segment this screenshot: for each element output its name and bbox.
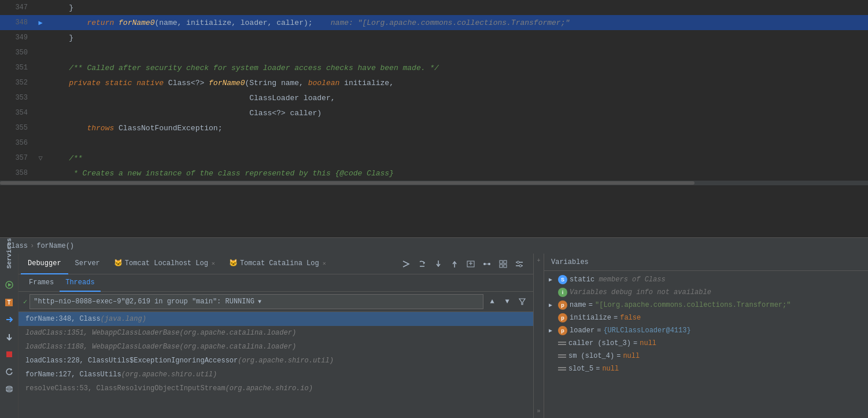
var-item-name[interactable]: ▶ p name = "[Lorg.apache.commons.collect… [544, 299, 868, 311]
horizontal-scrollbar[interactable] [0, 181, 868, 185]
services-label: Services [3, 256, 15, 272]
svg-marker-1 [8, 283, 12, 287]
tomcat-catalina-icon: 🐱 [229, 259, 238, 267]
line-content-355: throws ClassNotFoundException; [46, 124, 868, 133]
line-number-357: 357 [0, 154, 35, 162]
var-arrow-static: ▶ [549, 276, 558, 283]
debug-toolbar [399, 257, 531, 271]
var-arrow-slot5 [549, 366, 558, 372]
sub-tabs: Frames Threads [19, 274, 533, 292]
code-line-357: 357 ▽ /** [0, 151, 868, 166]
sub-tab-frames[interactable]: Frames [23, 274, 60, 292]
sidebar-icon-db[interactable] [1, 381, 17, 397]
frame-class-5: (org.apache.shiro.io) [226, 384, 313, 393]
frame-item-2[interactable]: loadClass:1188, WebappClassLoaderBase (o… [19, 340, 533, 354]
toolbar-btn-resume[interactable] [399, 257, 413, 271]
var-item-loader[interactable]: ▶ p loader = {URLClassLoader@4113} [544, 324, 868, 337]
code-line-352: 352 private static native Class<?> forNa… [0, 75, 868, 90]
var-item-static[interactable]: ▶ S static members of Class [544, 273, 868, 286]
var-item-initialize[interactable]: p initialize = false [544, 311, 868, 324]
var-suffix-static: members of Class [594, 276, 665, 284]
toolbar-btn-grid[interactable] [496, 257, 510, 271]
tab-debugger[interactable]: Debugger [21, 254, 68, 274]
sub-tab-threads[interactable]: Threads [60, 274, 100, 292]
var-val-sm: null [623, 352, 640, 360]
toolbar-btn-stepover[interactable] [415, 257, 429, 271]
svg-rect-15 [500, 261, 503, 263]
svg-point-13 [488, 263, 490, 265]
nav-btn-down[interactable]: ▼ [501, 295, 514, 308]
toolbar-btn-evalexpr[interactable] [464, 257, 478, 271]
sidebar-icon-refresh[interactable] [1, 364, 17, 380]
variables-header-label: Variables [551, 258, 589, 266]
thread-dropdown-arrow: ▼ [258, 299, 261, 305]
side-action-expand[interactable]: » [534, 406, 544, 416]
tab-server-label: Server [75, 259, 100, 267]
var-item-sm[interactable]: sm (slot_4) = null [544, 350, 868, 362]
toolbar-btn-settings[interactable] [512, 257, 526, 271]
svg-point-12 [483, 263, 486, 265]
code-line-351: 351 /** Called after security check for … [0, 60, 868, 75]
sub-tab-threads-label: Threads [65, 278, 94, 287]
toolbar-btn-trace[interactable] [480, 257, 494, 271]
sidebar-icon-down[interactable] [1, 329, 17, 345]
var-val-initialize: false [620, 314, 641, 322]
var-name-name: name [570, 301, 586, 309]
svg-rect-4 [6, 387, 12, 391]
var-eq-initialize: = [614, 314, 618, 322]
var-eq-name: = [589, 301, 593, 309]
thread-dropdown[interactable]: "http–nio–8088–exec–9"@2,619 in group "m… [29, 294, 483, 309]
code-editor: 347 } 348 ▶ return forName0(name, initia… [0, 0, 868, 237]
var-arrow-loader: ▶ [549, 327, 558, 334]
scrollbar-thumb [0, 181, 695, 185]
frame-name-0: forName:348, Class [25, 315, 101, 323]
t-label: T [5, 299, 12, 306]
frame-item-3[interactable]: loadClass:228, ClassUtils$ExceptionIgnor… [19, 354, 533, 368]
tab-tomcat-catalina-label: Tomcat Catalina Log [240, 259, 319, 267]
breadcrumb-method[interactable]: forName() [36, 242, 74, 250]
tab-debugger-label: Debugger [28, 259, 61, 267]
var-name-caller: caller (slot_3) [568, 339, 631, 347]
tab-tomcat-localhost-close[interactable]: ✕ [212, 260, 215, 267]
tab-tomcat-catalina-close[interactable]: ✕ [323, 260, 326, 267]
frame-class-3: (org.apache.shiro.util) [238, 357, 334, 365]
line-content-348: return forName0(name, initialize, loader… [46, 19, 868, 27]
thread-check-icon: ✓ [23, 298, 27, 306]
sidebar-icon-arrow[interactable] [1, 311, 17, 328]
services-text: Services [6, 238, 13, 269]
variables-list[interactable]: ▶ S static members of Class i Variables … [544, 271, 868, 418]
line-number-351: 351 [0, 64, 35, 72]
frame-name-5: resolveClass:53, ClassResolvingObjectInp… [25, 384, 226, 393]
sidebar-icon-stop[interactable] [1, 346, 17, 362]
tab-tomcat-catalina[interactable]: 🐱 Tomcat Catalina Log ✕ [222, 254, 333, 274]
svg-rect-16 [504, 261, 507, 263]
sidebar-icon-t[interactable]: T [1, 294, 17, 310]
svg-point-22 [519, 265, 522, 267]
toolbar-btn-stepout[interactable] [448, 257, 461, 271]
frames-list[interactable]: forName:348, Class (java.lang) loadClass… [19, 312, 533, 418]
line-number-355: 355 [0, 124, 35, 132]
frame-item-5[interactable]: resolveClass:53, ClassResolvingObjectInp… [19, 382, 533, 395]
side-action-add[interactable]: + [534, 256, 544, 265]
var-item-caller[interactable]: caller (slot_3) = null [544, 337, 868, 350]
var-eq-slot5: = [596, 365, 600, 373]
tomcat-localhost-icon: 🐱 [114, 259, 123, 267]
tab-tomcat-localhost[interactable]: 🐱 Tomcat Localhost Log ✕ [107, 254, 222, 274]
nav-btn-up[interactable]: ▲ [486, 295, 498, 308]
var-item-slot5[interactable]: slot_5 = null [544, 362, 868, 375]
nav-btn-filter[interactable] [516, 295, 529, 308]
side-actions: + » [534, 254, 544, 418]
code-line-353: 353 ClassLoader loader, [0, 90, 868, 105]
sidebar-icon-debug[interactable] [1, 277, 17, 293]
var-arrow-initialize [549, 315, 558, 321]
var-name-sm: sm (slot_4) [568, 352, 614, 360]
frame-item-0[interactable]: forName:348, Class (java.lang) [19, 312, 533, 326]
frame-class-4: (org.apache.shiro.util) [121, 371, 217, 379]
var-eq-caller: = [633, 339, 637, 347]
frame-item-1[interactable]: loadClass:1351, WebappClassLoaderBase (o… [19, 326, 533, 340]
frame-item-4[interactable]: forName:127, ClassUtils (org.apache.shir… [19, 368, 533, 382]
toolbar-btn-stepinto[interactable] [431, 257, 445, 271]
svg-point-21 [517, 261, 519, 263]
tab-server[interactable]: Server [68, 254, 107, 274]
code-line-347: 347 } [0, 0, 868, 15]
